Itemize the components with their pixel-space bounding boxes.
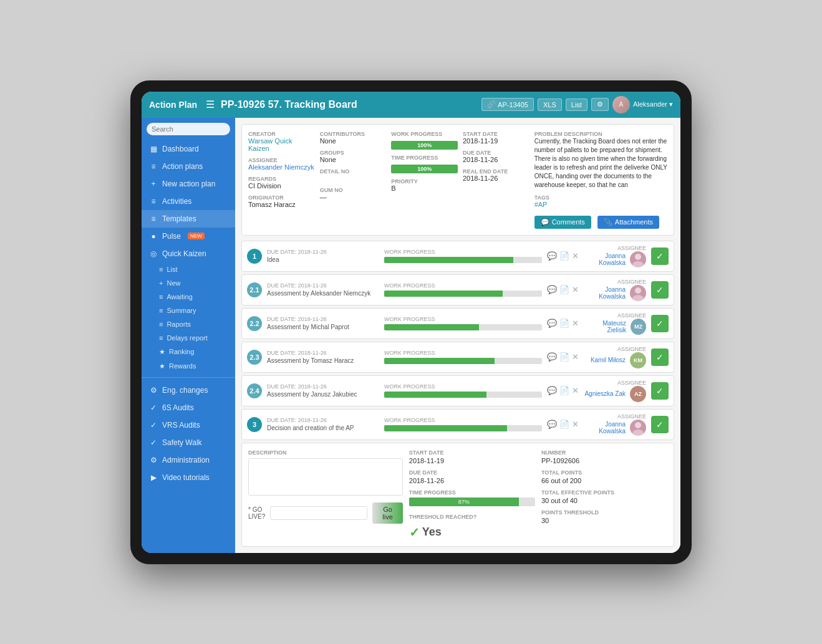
assignee-value[interactable]: Aleksander Niemczyk [248,163,315,171]
user-badge[interactable]: A Aleksander ▾ [612,96,673,113]
sidebar-subitem-raports[interactable]: ≡ Raports [142,317,235,331]
sidebar-subitem-rewards[interactable]: ★ Rewards [142,359,235,373]
close-action-icon[interactable]: ✕ [572,420,579,429]
sidebar-item-eng-changes[interactable]: ⚙ Eng. changes [142,382,235,399]
sidebar-label-dashboard: Dashboard [162,145,199,153]
real-end-value: 2018-11-26 [463,175,529,182]
attach-action-icon[interactable]: 📄 [559,285,569,294]
sidebar-subitem-ranking[interactable]: ★ Ranking [142,345,235,359]
comment-action-icon[interactable]: 💬 [547,251,557,261]
comment-action-icon[interactable]: 💬 [547,386,557,395]
problem-label: PROBLEM DESCRIPTION [534,131,667,137]
go-live-input[interactable] [270,506,367,520]
due-date-label: DUE DATE [463,150,529,156]
real-end-label: REAL END DATE [463,168,529,175]
assignee-label: ASSIGNEE [584,346,646,352]
attach-action-icon[interactable]: 📄 [559,420,569,429]
list-button[interactable]: List [566,99,587,111]
task-main: DUE DATE: 2018-11-26 Assessment by Tomas… [267,350,379,364]
close-action-icon[interactable]: ✕ [572,251,579,261]
yes-badge: ✓ Yes [409,525,535,540]
attach-action-icon[interactable]: 📄 [559,319,569,328]
sidebar-item-quick-kaizen[interactable]: ◎ Quick Kaizen [142,245,235,262]
user-avatar: A [612,96,630,113]
attach-action-icon[interactable]: 📄 [559,386,569,395]
task-description: Assessment by Michal Paprot [267,324,379,330]
go-live-button[interactable]: Go live [372,502,403,524]
close-action-icon[interactable]: ✕ [572,285,579,294]
comment-action-icon[interactable]: 💬 [547,352,557,362]
comment-action-icon[interactable]: 💬 [547,285,557,294]
sidebar-item-safety-walk[interactable]: ✓ Safety Walk [142,434,235,451]
time-progress-fill: 100% [391,165,458,173]
task-description: Assessment by Tomasz Haracz [267,357,379,364]
task-row: 3 DUE DATE: 2018-11-26 Decision and crea… [241,409,674,440]
attach-action-icon[interactable]: 📄 [559,352,569,362]
sidebar-item-pulse[interactable]: ● Pulse NEW [142,228,235,245]
sidebar-item-templates[interactable]: ≡ Templates [142,210,235,228]
search-input[interactable] [147,123,230,135]
check-icon: ✓ [409,525,420,540]
eng-icon: ⚙ [149,386,158,395]
task-assignee: ASSIGNEE Joanna Kowalska [584,413,646,436]
assignee-label: ASSIGNEE [584,413,646,420]
assignee-label: ASSIGNEE [584,279,646,285]
sidebar-subitem-delays[interactable]: ≡ Delays report [142,331,235,345]
sidebar-item-6s-audits[interactable]: ✓ 6S Audits [142,399,235,416]
sidebar-item-dashboard[interactable]: ▦ Dashboard [142,140,235,158]
comment-action-icon[interactable]: 💬 [547,420,557,429]
task-check-button[interactable]: ✓ [651,348,669,366]
originator-value: Tomasz Haracz [248,201,315,208]
sidebar-subitem-summary[interactable]: ≡ Summary [142,304,235,317]
task-check-button[interactable]: ✓ [651,382,669,400]
task-check-button[interactable]: ✓ [651,248,669,265]
creator-value[interactable]: Warsaw Quick Kaizen [248,137,315,152]
tags-label: TAGS [534,195,667,201]
task-check-button[interactable]: ✓ [651,416,669,433]
description-textarea[interactable] [248,458,403,496]
comment-action-icon[interactable]: 💬 [547,319,557,328]
regards-label: REGARDS [248,176,315,182]
menu-icon[interactable]: ☰ [206,99,215,110]
assignee-label: ASSIGNEE [584,312,646,319]
close-action-icon[interactable]: ✕ [572,319,579,328]
assignee-name: Joanna Kowalska [584,421,626,435]
close-action-icon[interactable]: ✕ [572,352,579,362]
assignee-label: ASSIGNEE [584,245,646,251]
assignee-name: Mateusz Zielisik [584,320,626,334]
task-check-button[interactable]: ✓ [651,281,669,299]
task-number: 2.1 [247,282,262,297]
close-action-icon[interactable]: ✕ [572,386,579,395]
task-actions: 💬 📄 ✕ [547,352,579,362]
awaiting-icon: ≡ [159,293,163,300]
dashboard-icon: ▦ [149,145,158,153]
detail-time-fill: 87% [409,497,519,506]
attach-action-icon[interactable]: 📄 [559,251,569,261]
svg-point-3 [632,295,644,301]
ap-button[interactable]: 🔗 AP-13405 [481,98,534,111]
sidebar-subitem-list[interactable]: ≡ List [142,262,235,276]
xls-button[interactable]: XLS [538,99,562,111]
sidebar-subitem-new[interactable]: + New [142,276,235,290]
comments-button[interactable]: 💬 Comments [534,216,591,229]
sidebar-item-administration[interactable]: ⚙ Administration [142,451,235,469]
sidebar-item-new-action-plan[interactable]: + New action plan [142,175,235,193]
new-badge: NEW [188,233,205,239]
assignee-avatar: KM [630,352,646,368]
sidebar-item-action-plans[interactable]: ≡ Action plans [142,158,235,175]
task-date: DUE DATE: 2018-11-26 [267,316,379,322]
progress-bar [384,358,542,364]
sidebar-subitem-awaiting[interactable]: ≡ Awaiting [142,290,235,304]
groups-value: None [320,156,387,163]
sidebar-item-vrs-audits[interactable]: ✓ VRS Audits [142,416,235,434]
main-content: CREATOR Warsaw Quick Kaizen ASSIGNEE Ale… [235,118,680,553]
task-check-button[interactable]: ✓ [651,315,669,332]
new-action-icon: + [149,180,158,188]
detail-middle-col: START DATE 2018-11-19 DUE DATE 2018-11-2… [409,449,535,540]
sidebar-item-video-tutorials[interactable]: ▶ Video tutorials [142,469,235,486]
raports-icon: ≡ [159,320,163,328]
filter-button[interactable]: ⚙ [591,98,609,111]
attachments-button[interactable]: 📎 Attachments [597,216,659,229]
sidebar-item-activities[interactable]: ≡ Activities [142,193,235,210]
problem-text: Currently, the Tracking Board does not e… [534,137,667,190]
